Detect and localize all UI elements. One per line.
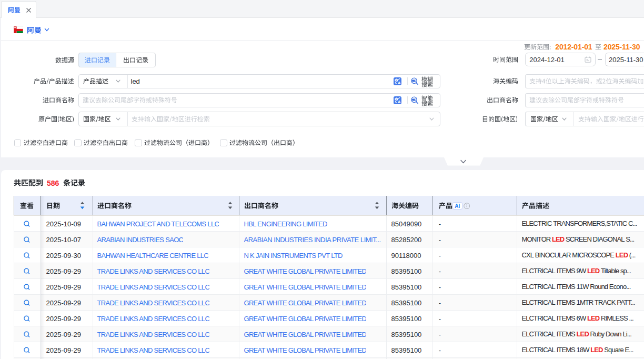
svg-text:A: A [398, 99, 401, 104]
svg-text:A: A [398, 80, 401, 85]
